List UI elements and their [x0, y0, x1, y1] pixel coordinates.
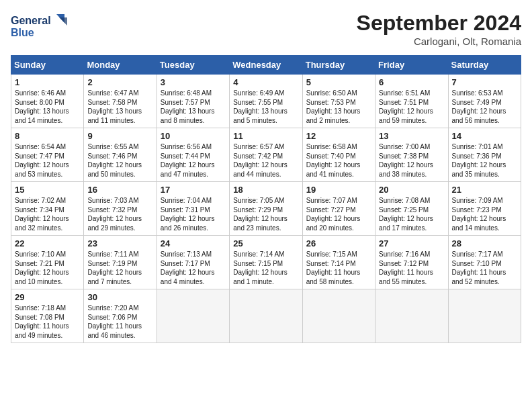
calendar-cell: 23Sunrise: 7:11 AMSunset: 7:19 PMDayligh…: [84, 236, 157, 289]
calendar-cell: [375, 289, 448, 343]
calendar-cell: 26Sunrise: 7:15 AMSunset: 7:14 PMDayligh…: [302, 236, 375, 289]
calendar-cell: 13Sunrise: 7:00 AMSunset: 7:38 PMDayligh…: [375, 128, 448, 182]
cell-content: Sunrise: 7:04 AMSunset: 7:31 PMDaylight:…: [161, 196, 226, 232]
calendar-cell: [302, 289, 375, 343]
week-row-2: 8Sunrise: 6:54 AMSunset: 7:47 PMDaylight…: [11, 128, 521, 182]
location: Carlogani, Olt, Romania: [357, 36, 521, 47]
calendar-cell: 29Sunrise: 7:18 AMSunset: 7:08 PMDayligh…: [11, 289, 84, 343]
col-header-tuesday: Tuesday: [157, 56, 229, 75]
calendar-cell: 19Sunrise: 7:07 AMSunset: 7:27 PMDayligh…: [302, 182, 375, 236]
week-row-5: 29Sunrise: 7:18 AMSunset: 7:08 PMDayligh…: [11, 289, 521, 343]
cell-content: Sunrise: 6:51 AMSunset: 7:51 PMDaylight:…: [379, 89, 444, 125]
calendar-cell: 11Sunrise: 6:57 AMSunset: 7:42 PMDayligh…: [230, 128, 302, 182]
day-number: 5: [306, 77, 371, 87]
calendar-cell: 2Sunrise: 6:47 AMSunset: 7:58 PMDaylight…: [84, 75, 157, 128]
calendar-cell: 14Sunrise: 7:01 AMSunset: 7:36 PMDayligh…: [448, 128, 521, 182]
cell-content: Sunrise: 6:56 AMSunset: 7:44 PMDaylight:…: [161, 142, 226, 179]
day-number: 16: [87, 185, 152, 195]
calendar-cell: 3Sunrise: 6:48 AMSunset: 7:57 PMDaylight…: [157, 75, 229, 128]
calendar-cell: 28Sunrise: 7:17 AMSunset: 7:10 PMDayligh…: [448, 236, 521, 289]
cell-content: Sunrise: 7:00 AMSunset: 7:38 PMDaylight:…: [379, 142, 444, 179]
day-number: 21: [452, 185, 517, 195]
col-header-monday: Monday: [84, 56, 157, 75]
cell-content: Sunrise: 7:02 AMSunset: 7:34 PMDaylight:…: [15, 196, 80, 232]
calendar-cell: 25Sunrise: 7:14 AMSunset: 7:15 PMDayligh…: [230, 236, 302, 289]
cell-content: Sunrise: 6:53 AMSunset: 7:49 PMDaylight:…: [452, 89, 517, 125]
calendar-cell: 4Sunrise: 6:49 AMSunset: 7:55 PMDaylight…: [230, 75, 302, 128]
cell-content: Sunrise: 7:10 AMSunset: 7:21 PMDaylight:…: [15, 250, 80, 286]
week-row-4: 22Sunrise: 7:10 AMSunset: 7:21 PMDayligh…: [11, 236, 521, 289]
cell-content: Sunrise: 7:20 AMSunset: 7:06 PMDaylight:…: [87, 304, 152, 340]
col-header-thursday: Thursday: [302, 56, 375, 75]
calendar-cell: 6Sunrise: 6:51 AMSunset: 7:51 PMDaylight…: [375, 75, 448, 128]
day-number: 23: [87, 238, 152, 248]
cell-content: Sunrise: 7:14 AMSunset: 7:15 PMDaylight:…: [233, 250, 298, 286]
calendar-cell: [230, 289, 302, 343]
day-number: 10: [161, 131, 226, 141]
day-number: 25: [233, 238, 298, 248]
calendar-cell: 21Sunrise: 7:09 AMSunset: 7:23 PMDayligh…: [448, 182, 521, 236]
month-title: September 2024: [357, 11, 521, 36]
calendar-cell: 17Sunrise: 7:04 AMSunset: 7:31 PMDayligh…: [157, 182, 229, 236]
day-number: 8: [15, 131, 80, 141]
cell-content: Sunrise: 7:17 AMSunset: 7:10 PMDaylight:…: [452, 250, 517, 286]
day-number: 15: [15, 185, 80, 195]
cell-content: Sunrise: 7:11 AMSunset: 7:19 PMDaylight:…: [87, 250, 152, 286]
page-header: General Blue September 2024 Carlogani, O…: [11, 11, 521, 47]
day-number: 9: [87, 131, 152, 141]
cell-content: Sunrise: 6:55 AMSunset: 7:46 PMDaylight:…: [87, 142, 152, 179]
day-number: 12: [306, 131, 371, 141]
week-row-1: 1Sunrise: 6:46 AMSunset: 8:00 PMDaylight…: [11, 75, 521, 128]
cell-content: Sunrise: 7:08 AMSunset: 7:25 PMDaylight:…: [379, 196, 444, 232]
day-number: 20: [379, 185, 444, 195]
svg-text:General: General: [11, 15, 51, 26]
calendar-cell: 18Sunrise: 7:05 AMSunset: 7:29 PMDayligh…: [230, 182, 302, 236]
day-number: 29: [15, 292, 80, 302]
calendar-cell: 12Sunrise: 6:58 AMSunset: 7:40 PMDayligh…: [302, 128, 375, 182]
calendar-cell: 1Sunrise: 6:46 AMSunset: 8:00 PMDaylight…: [11, 75, 84, 128]
cell-content: Sunrise: 6:46 AMSunset: 8:00 PMDaylight:…: [15, 89, 80, 125]
cell-content: Sunrise: 7:13 AMSunset: 7:17 PMDaylight:…: [161, 250, 226, 286]
cell-content: Sunrise: 7:05 AMSunset: 7:29 PMDaylight:…: [233, 196, 298, 232]
calendar-cell: 27Sunrise: 7:16 AMSunset: 7:12 PMDayligh…: [375, 236, 448, 289]
day-number: 24: [161, 238, 226, 248]
calendar-cell: [157, 289, 229, 343]
day-number: 1: [15, 77, 80, 87]
cell-content: Sunrise: 7:09 AMSunset: 7:23 PMDaylight:…: [452, 196, 517, 232]
day-number: 18: [233, 185, 298, 195]
header-row: SundayMondayTuesdayWednesdayThursdayFrid…: [11, 56, 521, 75]
cell-content: Sunrise: 7:01 AMSunset: 7:36 PMDaylight:…: [452, 142, 517, 179]
calendar-table: SundayMondayTuesdayWednesdayThursdayFrid…: [11, 55, 521, 343]
svg-text:Blue: Blue: [11, 27, 34, 38]
cell-content: Sunrise: 7:03 AMSunset: 7:32 PMDaylight:…: [87, 196, 152, 232]
calendar-cell: 7Sunrise: 6:53 AMSunset: 7:49 PMDaylight…: [448, 75, 521, 128]
day-number: 14: [452, 131, 517, 141]
day-number: 19: [306, 185, 371, 195]
calendar-cell: 8Sunrise: 6:54 AMSunset: 7:47 PMDaylight…: [11, 128, 84, 182]
day-number: 26: [306, 238, 371, 248]
day-number: 2: [87, 77, 152, 87]
day-number: 28: [452, 238, 517, 248]
calendar-cell: 15Sunrise: 7:02 AMSunset: 7:34 PMDayligh…: [11, 182, 84, 236]
day-number: 6: [379, 77, 444, 87]
cell-content: Sunrise: 6:48 AMSunset: 7:57 PMDaylight:…: [161, 89, 226, 125]
calendar-cell: 20Sunrise: 7:08 AMSunset: 7:25 PMDayligh…: [375, 182, 448, 236]
calendar-cell: 22Sunrise: 7:10 AMSunset: 7:21 PMDayligh…: [11, 236, 84, 289]
cell-content: Sunrise: 6:57 AMSunset: 7:42 PMDaylight:…: [233, 142, 298, 179]
day-number: 13: [379, 131, 444, 141]
week-row-3: 15Sunrise: 7:02 AMSunset: 7:34 PMDayligh…: [11, 182, 521, 236]
cell-content: Sunrise: 6:58 AMSunset: 7:40 PMDaylight:…: [306, 142, 371, 179]
day-number: 22: [15, 238, 80, 248]
col-header-saturday: Saturday: [448, 56, 521, 75]
cell-content: Sunrise: 7:18 AMSunset: 7:08 PMDaylight:…: [15, 304, 80, 340]
col-header-friday: Friday: [375, 56, 448, 75]
col-header-sunday: Sunday: [11, 56, 84, 75]
svg-marker-3: [59, 17, 67, 26]
calendar-cell: 30Sunrise: 7:20 AMSunset: 7:06 PMDayligh…: [84, 289, 157, 343]
title-block: September 2024 Carlogani, Olt, Romania: [357, 11, 521, 47]
cell-content: Sunrise: 7:07 AMSunset: 7:27 PMDaylight:…: [306, 196, 371, 232]
day-number: 27: [379, 238, 444, 248]
cell-content: Sunrise: 6:54 AMSunset: 7:47 PMDaylight:…: [15, 142, 80, 179]
calendar-cell: 10Sunrise: 6:56 AMSunset: 7:44 PMDayligh…: [157, 128, 229, 182]
day-number: 4: [233, 77, 298, 87]
